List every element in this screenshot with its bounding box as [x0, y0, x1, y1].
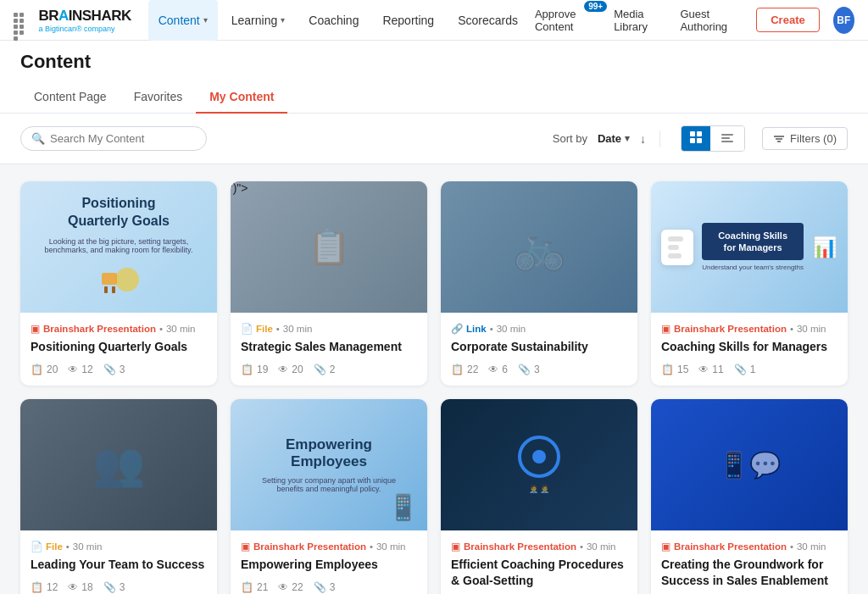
tab-favorites[interactable]: Favorites	[120, 81, 197, 114]
search-icon: 🔍	[31, 132, 45, 145]
svg-rect-9	[104, 286, 108, 293]
guest-authoring-button[interactable]: Guest Authoring	[680, 8, 743, 33]
nav-item-reporting[interactable]: Reporting	[372, 0, 444, 41]
learning-dropdown-icon: ▾	[281, 15, 285, 25]
filter-icon	[773, 133, 785, 145]
card-title-2: Strategic Sales Management	[241, 339, 417, 355]
card-thumb-2: ')"> 📋	[231, 181, 427, 313]
card-title-3: Corporate Sustainability	[451, 339, 627, 355]
card-type-7: ▣ Brainshark Presentation • 30 min	[451, 541, 627, 552]
content-dropdown-icon: ▾	[203, 15, 208, 25]
svg-rect-8	[102, 273, 117, 285]
sort-dropdown-icon: ▾	[625, 133, 630, 144]
approve-content-button[interactable]: Approve Content 99+	[535, 8, 600, 33]
card-type-icon-8: ▣	[661, 541, 670, 552]
content-card-5[interactable]: 👥 📄 File • 30 min Leading Your Team to S…	[20, 399, 217, 594]
card-thumb-3: 🚲	[441, 181, 637, 313]
brand-logo: BRAINSHARK a Bigtincan® company	[38, 8, 131, 33]
card-type-icon-5: 📄	[31, 541, 42, 552]
filters-button[interactable]: Filters (0)	[762, 127, 848, 150]
svg-rect-10	[112, 286, 115, 293]
card-stats-1: 📋 20 👁 12 📎 3	[31, 364, 207, 375]
views-icon-1: 👁	[68, 364, 78, 375]
card-thumb-4: Coaching Skillsfor Managers Understand y…	[651, 181, 848, 313]
card-body-4: ▣ Brainshark Presentation • 30 min Coach…	[651, 313, 848, 386]
card-type-icon-3: 🔗	[451, 323, 463, 335]
app-grid-icon[interactable]	[14, 13, 26, 28]
card-title-6: Empowering Employees	[241, 557, 417, 573]
card-stats-4: 📋15 👁11 📎1	[661, 364, 837, 375]
content-card-1[interactable]: PositioningQuarterly Goals Looking at th…	[20, 181, 217, 386]
card-body-3: 🔗 Link • 30 min Corporate Sustainability…	[441, 313, 637, 386]
card-type-icon-4: ▣	[661, 323, 670, 335]
content-grid: PositioningQuarterly Goals Looking at th…	[20, 181, 848, 594]
sort-direction-button[interactable]: ↓	[640, 132, 646, 146]
tab-my-content[interactable]: My Content	[196, 81, 287, 114]
content-area: PositioningQuarterly Goals Looking at th…	[0, 164, 868, 594]
nav-right-actions: Approve Content 99+ Media Library Guest …	[535, 7, 854, 34]
svg-rect-3	[697, 138, 702, 143]
tab-content-page[interactable]: Content Page	[20, 81, 120, 114]
search-input[interactable]	[50, 132, 196, 145]
grid-view-icon	[689, 130, 703, 144]
stat-slides-1: 📋 20	[31, 364, 58, 375]
stat-views-1: 👁 12	[68, 364, 92, 375]
card-thumb-1: PositioningQuarterly Goals Looking at th…	[20, 181, 217, 313]
card-body-2: 📄 File • 30 min Strategic Sales Manageme…	[231, 313, 427, 386]
svg-rect-0	[690, 131, 695, 136]
sort-select[interactable]: Date ▾	[598, 132, 630, 145]
card-type-3: 🔗 Link • 30 min	[451, 323, 627, 335]
page-tabs: Content Page Favorites My Content	[20, 81, 848, 113]
content-card-6[interactable]: EmpoweringEmployees Setting your company…	[231, 399, 427, 594]
media-library-button[interactable]: Media Library	[614, 8, 666, 33]
user-avatar[interactable]: BF	[833, 7, 854, 34]
content-card-8[interactable]: 📱💬 ▣ Brainshark Presentation • 30 min Cr…	[651, 399, 848, 594]
card-thumb-6: EmpoweringEmployees Setting your company…	[231, 399, 427, 530]
sort-label: Sort by	[553, 132, 587, 145]
svg-rect-1	[697, 131, 702, 136]
svg-point-7	[115, 268, 139, 291]
content-toolbar: 🔍 Sort by Date ▾ ↓ Filters (0)	[0, 114, 868, 164]
content-card-2[interactable]: ')"> 📋 📄 File • 30 min Strategic Sales M…	[231, 181, 427, 386]
grid-view-button[interactable]	[682, 126, 710, 151]
card-type-icon-1: ▣	[31, 323, 40, 335]
content-card-3[interactable]: 🚲 🔗 Link • 30 min Corporate Sustainabili…	[441, 181, 637, 386]
card-type-1: ▣ Brainshark Presentation • 30 min	[31, 323, 207, 335]
card-body-6: ▣ Brainshark Presentation • 30 min Empow…	[231, 530, 427, 594]
card-title-8: Creating the Groundwork for Success in S…	[661, 557, 837, 589]
card-type-8: ▣ Brainshark Presentation • 30 min	[661, 541, 837, 552]
card-body-7: ▣ Brainshark Presentation • 30 min Effic…	[441, 530, 637, 594]
card-stats-3: 📋22 👁6 📎3	[451, 364, 627, 375]
search-box[interactable]: 🔍	[20, 126, 207, 151]
card-title-7: Efficient Coaching Procedures & Goal-Set…	[451, 557, 627, 589]
card-type-icon-7: ▣	[451, 541, 460, 552]
svg-rect-2	[690, 138, 695, 143]
nav-item-learning[interactable]: Learning ▾	[221, 0, 296, 41]
card-type-icon-6: ▣	[241, 541, 250, 552]
create-button[interactable]: Create	[756, 8, 819, 32]
view-toggle	[681, 125, 745, 152]
card-thumb-7: 🧑‍💼 🧑‍💼	[441, 399, 637, 530]
content-card-4[interactable]: Coaching Skillsfor Managers Understand y…	[651, 181, 848, 386]
list-view-button[interactable]	[710, 126, 744, 151]
card-title-1: Positioning Quarterly Goals	[31, 339, 207, 355]
card-body-5: 📄 File • 30 min Leading Your Team to Suc…	[20, 530, 217, 594]
nav-item-content[interactable]: Content ▾	[148, 0, 218, 41]
content-card-7[interactable]: 🧑‍💼 🧑‍💼 ▣ Brainshark Presentation • 30 m…	[441, 399, 637, 594]
nav-item-coaching[interactable]: Coaching	[298, 0, 369, 41]
card-body-1: ▣ Brainshark Presentation • 30 min Posit…	[20, 313, 217, 386]
card-title-5: Leading Your Team to Success	[31, 557, 207, 573]
approve-badge: 99+	[584, 1, 607, 12]
card-body-8: ▣ Brainshark Presentation • 30 min Creat…	[651, 530, 848, 594]
card-thumb-8: 📱💬	[651, 399, 848, 530]
card-stats-2: 📋19 👁20 📎2	[241, 364, 417, 375]
page-title: Content	[20, 51, 848, 81]
card-type-icon-2: 📄	[241, 323, 253, 335]
card-title-4: Coaching Skills for Managers	[661, 339, 837, 355]
card-type-6: ▣ Brainshark Presentation • 30 min	[241, 541, 417, 552]
stat-attachments-1: 📎 3	[103, 364, 125, 375]
nav-item-scorecards[interactable]: Scorecards	[448, 0, 528, 41]
attachments-icon-1: 📎	[103, 364, 116, 375]
page-header: Content Content Page Favorites My Conten…	[0, 41, 868, 114]
card-stats-6: 📋21 👁22 📎3	[241, 581, 417, 593]
